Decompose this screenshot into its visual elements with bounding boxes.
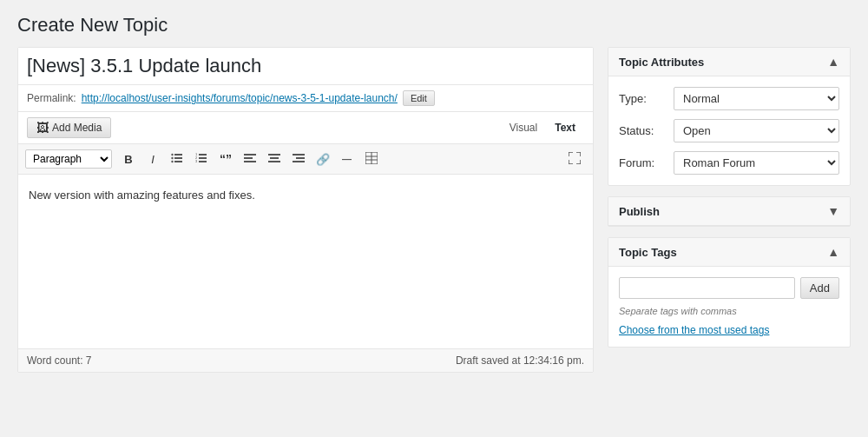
topic-attributes-body: Type: Normal Sticky Super Sticky Status:… [608, 76, 850, 185]
svg-rect-18 [293, 154, 305, 156]
page-title: Create New Topic [17, 14, 851, 36]
forum-select[interactable]: Roman Forum [674, 151, 839, 175]
formatting-toolbar: Paragraph Heading 1 Heading 2 Heading 3 … [18, 144, 593, 175]
unordered-list-button[interactable] [166, 148, 188, 170]
topic-tags-body: Add Separate tags with commas Choose fro… [608, 267, 850, 347]
permalink-link[interactable]: http://localhost/user-insights/forums/to… [82, 92, 398, 104]
svg-point-5 [171, 160, 173, 162]
media-icon: 🖼 [36, 121, 49, 135]
forum-field-row: Forum: Roman Forum [619, 151, 839, 175]
publish-expand-button[interactable]: ▼ [827, 204, 839, 218]
fullscreen-icon [569, 152, 581, 167]
permalink-label: Permalink: [27, 92, 76, 104]
numbered-list-icon: 123 [195, 152, 207, 167]
topic-tags-collapse-button[interactable]: ▲ [827, 245, 839, 259]
svg-rect-16 [270, 157, 279, 159]
italic-button[interactable]: I [141, 148, 164, 170]
align-left-icon [244, 152, 256, 167]
topic-title-input[interactable] [18, 48, 593, 85]
link-icon: 🔗 [316, 153, 330, 166]
svg-rect-0 [174, 154, 182, 156]
svg-rect-19 [296, 157, 305, 159]
sidebar-column: Topic Attributes ▲ Type: Normal Sticky S… [608, 47, 851, 348]
view-tabs: Visual Text [501, 119, 584, 136]
svg-rect-7 [199, 157, 207, 159]
link-button[interactable]: 🔗 [312, 148, 334, 170]
svg-point-3 [171, 153, 173, 155]
tags-input-row: Add [619, 277, 839, 299]
svg-rect-2 [174, 161, 182, 162]
svg-rect-6 [199, 154, 207, 156]
svg-rect-8 [199, 161, 207, 162]
editor-content: New version with amazing features and fi… [29, 187, 582, 205]
type-select[interactable]: Normal Sticky Super Sticky [674, 87, 839, 110]
more-icon: — [342, 154, 352, 164]
svg-rect-20 [293, 161, 305, 162]
svg-rect-17 [268, 161, 280, 162]
svg-rect-12 [244, 154, 256, 156]
tags-input[interactable] [619, 277, 795, 299]
table-icon [365, 152, 378, 167]
topic-attributes-title: Topic Attributes [619, 56, 704, 69]
editor-footer: Word count: 7 Draft saved at 12:34:16 pm… [18, 348, 593, 372]
bold-icon: B [124, 153, 132, 166]
permalink-bar: Permalink: http://localhost/user-insight… [18, 85, 593, 112]
add-media-button[interactable]: 🖼 Add Media [27, 117, 111, 138]
tab-text[interactable]: Text [546, 119, 584, 136]
align-center-icon [268, 152, 280, 167]
align-left-button[interactable] [239, 148, 261, 170]
align-center-button[interactable] [263, 148, 286, 170]
publish-header: Publish ▼ [608, 197, 850, 226]
bullet-list-icon [171, 152, 183, 167]
topic-attributes-collapse-button[interactable]: ▲ [827, 55, 839, 69]
svg-point-4 [171, 156, 173, 158]
topic-tags-title: Topic Tags [619, 246, 677, 259]
ordered-list-button[interactable]: 123 [190, 148, 213, 170]
blockquote-button[interactable]: “” [214, 148, 237, 170]
word-count: Word count: 7 [27, 354, 91, 367]
tags-add-button[interactable]: Add [800, 277, 839, 299]
status-field-row: Status: Open Closed [619, 119, 839, 142]
type-label: Type: [619, 92, 667, 105]
publish-title: Publish [619, 205, 660, 218]
more-button[interactable]: — [336, 148, 358, 170]
forum-label: Forum: [619, 156, 667, 169]
table-button[interactable] [360, 148, 383, 170]
svg-text:3: 3 [195, 159, 198, 163]
align-right-icon [293, 152, 305, 167]
draft-status: Draft saved at 12:34:16 pm. [456, 354, 584, 367]
fullscreen-button[interactable] [563, 148, 586, 170]
tab-visual[interactable]: Visual [501, 119, 546, 136]
bold-button[interactable]: B [117, 148, 140, 170]
svg-rect-13 [244, 157, 253, 159]
editor-toolbar-top: 🖼 Add Media Visual Text [18, 112, 593, 144]
svg-rect-15 [268, 154, 280, 156]
svg-rect-14 [244, 161, 256, 162]
publish-panel: Publish ▼ [608, 196, 851, 227]
tags-choose-link[interactable]: Choose from the most used tags [619, 324, 769, 336]
topic-tags-panel: Topic Tags ▲ Add Separate tags with comm… [608, 237, 851, 348]
italic-icon: I [151, 153, 155, 166]
status-select[interactable]: Open Closed [674, 119, 839, 142]
align-right-button[interactable] [287, 148, 310, 170]
svg-rect-1 [174, 157, 182, 159]
editor-panel: Permalink: http://localhost/user-insight… [17, 47, 594, 373]
topic-attributes-panel: Topic Attributes ▲ Type: Normal Sticky S… [608, 47, 851, 186]
status-label: Status: [619, 124, 667, 137]
paragraph-format-select[interactable]: Paragraph Heading 1 Heading 2 Heading 3 … [25, 149, 112, 169]
type-field-row: Type: Normal Sticky Super Sticky [619, 87, 839, 110]
topic-attributes-header: Topic Attributes ▲ [608, 48, 850, 76]
blockquote-icon: “” [220, 152, 232, 166]
tags-hint: Separate tags with commas [619, 306, 839, 316]
editor-body[interactable]: New version with amazing features and fi… [18, 175, 593, 348]
add-media-label: Add Media [52, 122, 102, 134]
topic-tags-header: Topic Tags ▲ [608, 238, 850, 267]
permalink-edit-button[interactable]: Edit [403, 90, 435, 106]
